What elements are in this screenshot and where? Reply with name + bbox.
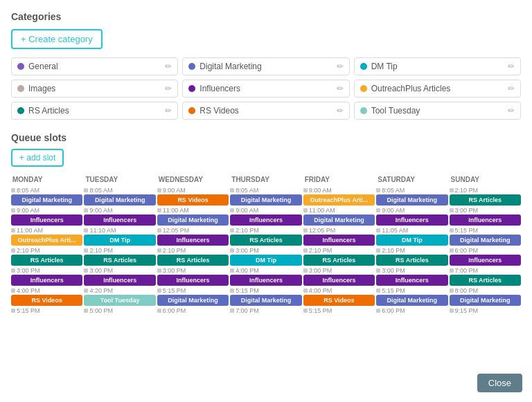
slot-time: 12:05 PM [157,227,229,234]
clock-icon [303,228,308,232]
edit-icon[interactable]: ✏ [337,62,344,71]
slot-badge[interactable]: Influencers [376,214,447,226]
day-column: 8:05 AMDigital Marketing9:00 AMInfluence… [11,187,82,314]
slot-badge[interactable]: RS Articles [303,255,375,266]
slot-time: 5:15 PM [230,287,301,294]
slot-badge[interactable]: RS Articles [376,255,447,266]
day-header: FRIDAY [303,174,375,185]
slot-badge[interactable]: Influencers [11,275,82,286]
slot-badge[interactable]: Influencers [376,275,447,286]
slot-time: 5:15 PM [376,287,447,294]
edit-icon[interactable]: ✏ [337,84,344,93]
clock-icon [230,228,234,232]
time-text: 3:00 PM [236,247,259,254]
slot-time: 8:00 PM [450,287,521,294]
slot-badge[interactable]: Digital Marketing [230,194,301,205]
category-name: RS Articles [28,106,162,116]
time-text: 5:15 PM [17,307,40,314]
time-text: 4:00 PM [309,287,332,294]
category-item: RS Articles✏ [11,102,178,120]
slot-badge[interactable]: Influencers [157,275,229,286]
slot-badge[interactable]: RS Videos [303,295,375,306]
category-dot [17,85,24,92]
slot-badge[interactable]: Digital Marketing [157,214,229,226]
time-text: 4:00 PM [236,267,259,274]
slot-item: 3:00 PMInfluencers [157,267,229,286]
slot-badge[interactable]: Digital Marketing [376,295,447,306]
slot-badge[interactable]: Influencers [303,235,375,246]
slot-time: 11:10 AM [84,227,155,234]
slot-badge[interactable]: Influencers [84,275,155,286]
time-text: 5:15 PM [309,307,332,314]
slot-badge[interactable]: RS Articles [11,255,82,266]
edit-icon[interactable]: ✏ [508,106,515,116]
clock-icon [11,208,15,212]
slot-badge[interactable]: Influencers [230,275,301,286]
slot-badge[interactable]: Influencers [84,214,155,226]
category-name: Tool Tuesday [371,106,505,116]
time-text: 11:00 AM [163,207,189,214]
slot-time: 9:00 AM [157,187,229,194]
clock-icon [84,309,88,313]
slot-badge[interactable]: Influencers [450,214,521,226]
edit-icon[interactable]: ✏ [508,62,515,71]
category-dot [360,107,367,114]
slot-badge[interactable]: Influencers [230,214,301,226]
slot-time: 8:05 AM [376,187,447,194]
slot-badge[interactable]: OutreachPlus Arti... [303,194,375,205]
slot-badge[interactable]: RS Articles [157,255,229,266]
slot-badge[interactable]: RS Articles [450,194,521,205]
slot-badge[interactable]: DM Tip [84,235,155,246]
slot-item: 3:00 PMInfluencers [376,267,447,286]
category-item: Digital Marketing✏ [182,57,349,75]
slot-badge[interactable]: Digital Marketing [84,194,155,205]
edit-icon[interactable]: ✏ [165,62,172,71]
slot-item: 6:00 PMInfluencers [450,247,521,266]
clock-icon [376,248,380,253]
slot-badge[interactable]: RS Articles [84,255,155,266]
slot-badge[interactable]: Influencers [11,214,82,226]
slot-badge[interactable]: Digital Marketing [450,295,521,306]
slot-badge[interactable]: RS Articles [450,275,521,286]
slot-badge[interactable]: Digital Marketing [230,295,301,306]
edit-icon[interactable]: ✏ [165,106,172,116]
clock-icon [230,248,234,253]
slot-badge[interactable]: RS Videos [157,194,229,205]
slot-badge[interactable]: RS Articles [230,235,301,246]
slot-badge[interactable]: Tool Tuesday [84,295,155,306]
slot-badge[interactable]: Digital Marketing [157,295,229,306]
time-text: 7:00 PM [455,267,479,274]
slot-badge[interactable]: Digital Marketing [11,194,82,205]
slot-badge[interactable]: Influencers [450,255,521,266]
clock-icon [230,208,234,212]
slot-time: 2:10 PM [230,227,301,234]
slot-badge[interactable]: DM Tip [230,255,301,266]
clock-icon [450,268,454,273]
clock-icon [376,268,380,273]
slot-badge[interactable]: Digital Marketing [450,235,521,246]
add-slot-button[interactable]: + add slot [11,149,64,167]
slot-badge[interactable]: DM Tip [376,235,447,246]
slot-badge[interactable]: OutreachPlus Arti... [11,235,82,246]
day-header: TUESDAY [84,174,155,185]
edit-icon[interactable]: ✏ [337,106,344,116]
edit-icon[interactable]: ✏ [508,84,515,93]
clock-icon [157,208,161,212]
close-button[interactable]: Close [477,374,522,392]
clock-icon [230,309,234,313]
slot-badge[interactable]: Digital Marketing [303,214,375,226]
create-category-button[interactable]: + Create category [11,29,103,49]
slot-time: 4:00 PM [11,287,82,294]
clock-icon [157,248,161,253]
slot-item: 9:00 AMOutreachPlus Arti... [303,187,375,205]
slot-badge[interactable]: Influencers [303,275,375,286]
time-text: 2:10 PM [236,227,259,234]
day-header: WEDNESDAY [157,174,229,185]
slot-badge[interactable]: RS Videos [11,295,82,306]
slot-badge[interactable]: Digital Marketing [376,194,447,205]
categories-grid: General✏Digital Marketing✏DM Tip✏Images✏… [11,57,521,120]
edit-icon[interactable]: ✏ [165,84,172,93]
slot-time: 9:00 AM [303,187,375,194]
slot-time: 5:15 PM [157,287,229,294]
slot-badge[interactable]: Influencers [157,235,229,246]
